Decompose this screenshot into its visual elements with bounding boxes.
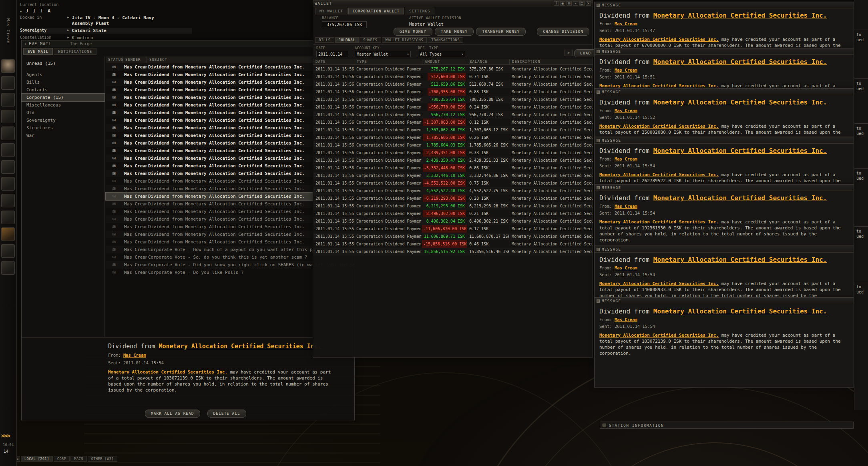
folder-sovereignty[interactable]: Sovereignty [22, 116, 104, 124]
securities-corp-link[interactable]: Monetary Allocation Certified Securities… [653, 256, 827, 263]
expand-filters-button[interactable]: » [565, 50, 573, 56]
column-status[interactable]: STATUS [106, 56, 123, 63]
mark-all-read-button[interactable]: MARK ALL AS READ [145, 410, 200, 418]
securities-corp-link[interactable]: Monetary Allocation Certified Securities… [653, 12, 827, 19]
subtab-journal[interactable]: JOURNAL [335, 37, 359, 43]
sender-link[interactable]: Mas Cream [615, 317, 637, 322]
neocom-journal-icon[interactable] [1, 227, 15, 241]
journal-row[interactable]: 2011.01.14 15:56 Corporation Dividend Pa… [313, 65, 593, 73]
journal-row[interactable]: 2011.01.14 15:56 Corporation Dividend Pa… [313, 88, 593, 96]
folder-agents[interactable]: Agents [22, 71, 104, 78]
journal-row[interactable]: 2011.01.14 15:56 Corporation Dividend Pa… [313, 172, 593, 179]
tab-notifications[interactable]: NOTIFICATIONS [54, 48, 96, 55]
neocom-market-icon[interactable] [1, 143, 15, 157]
clipped-message-window[interactable]: to ued [854, 78, 868, 97]
journal-row[interactable]: 2011.01.14 15:55 Corporation Dividend Pa… [313, 248, 593, 255]
journal-row[interactable]: 2011.01.14 15:56 Corporation Dividend Pa… [313, 103, 593, 111]
securities-corp-link[interactable]: Monetary Allocation Certified Securities… [653, 58, 827, 66]
tab-eve-mail[interactable]: EVE MAIL [23, 48, 53, 55]
transfer-money-button[interactable]: TRANSFER MONEY [476, 28, 526, 36]
journal-row[interactable]: 2011.01.14 15:55 Corporation Dividend Pa… [313, 240, 593, 248]
securities-corp-link[interactable]: Monetary Allocation Certified Securities… [653, 98, 827, 106]
neocom-help-icon[interactable] [1, 261, 15, 275]
journal-row[interactable]: 2011.01.14 15:56 Corporation Dividend Pa… [313, 80, 593, 88]
clipped-message-window[interactable]: to ued [854, 226, 868, 245]
journal-row[interactable]: 2011.01.14 15:56 Corporation Dividend Pa… [313, 134, 593, 141]
journal-row[interactable]: 2011.01.14 15:56 Corporation Dividend Pa… [313, 73, 593, 80]
column-sender[interactable]: SENDER [123, 56, 147, 63]
securities-corp-link[interactable]: Monetary Allocation Certified Securities… [599, 37, 719, 42]
clipped-message-window[interactable]: to ued [854, 282, 868, 300]
message-titlebar[interactable]: MESSAGE [595, 246, 854, 253]
journal-row[interactable]: 2011.01.14 15:55 Corporation Dividend Pa… [313, 210, 593, 217]
column-balance[interactable]: BALANCE [467, 59, 509, 64]
journal-row[interactable]: 2011.01.14 15:56 Corporation Dividend Pa… [313, 149, 593, 157]
message-titlebar[interactable]: MESSAGE [595, 48, 854, 55]
securities-corp-link[interactable]: Monetary Allocation Certified Securities… [653, 307, 827, 315]
load-button[interactable]: LOAD [574, 49, 597, 57]
wallet-compact-button[interactable]: ◉ [560, 1, 565, 6]
neocom-wallet-icon[interactable] [1, 127, 15, 140]
column-description[interactable]: DESCRIPTION [509, 59, 593, 64]
wallet-stack-button[interactable]: ⊟ [567, 1, 572, 6]
journal-row[interactable]: 2011.01.14 15:55 Corporation Dividend Pa… [313, 187, 593, 195]
securities-corp-link[interactable]: Monetary Allocation Certified Securities… [653, 147, 827, 155]
subtab-bills[interactable]: BILLS [315, 37, 334, 43]
folder-contacts[interactable]: Contacts [22, 86, 104, 94]
neocom-fleet-icon[interactable] [1, 211, 15, 224]
neocom-expand-button[interactable]: »»» [1, 432, 10, 440]
folder-old[interactable]: Old [22, 109, 104, 116]
change-division-button[interactable]: CHANGE DIVISION [537, 28, 589, 36]
message-titlebar[interactable]: MESSAGE [595, 2, 854, 8]
folder-miscellaneous[interactable]: Miscellaneous [22, 101, 104, 109]
sender-link[interactable]: Mas Cream [615, 108, 637, 113]
securities-corp-link[interactable]: Monetary Allocation Certified Securities… [599, 281, 719, 286]
journal-row[interactable]: 2011.01.14 15:55 Corporation Dividend Pa… [313, 202, 593, 210]
folder-corporate[interactable]: Corporate (15) [22, 94, 104, 101]
subtab-transactions[interactable]: TRANSACTIONS [428, 37, 463, 43]
wallet-help-button[interactable]: ? [554, 1, 559, 6]
tab-settings[interactable]: SETTINGS [405, 8, 434, 14]
folder-bills[interactable]: Bills [22, 78, 104, 86]
clipped-message-window[interactable]: to ued [854, 30, 868, 48]
wallet-minimize-button[interactable]: – [573, 1, 578, 6]
journal-row[interactable]: 2011.01.14 15:55 Corporation Dividend Pa… [313, 217, 593, 225]
chat-tab-local[interactable]: LOCAL [261] [21, 456, 53, 462]
sender-link[interactable]: Mas Cream [615, 204, 637, 209]
sender-link[interactable]: Mas Cream [615, 21, 637, 26]
securities-corp-link[interactable]: Monetary Allocation Certified Securities… [599, 219, 719, 225]
securities-corp-link[interactable]: Monetary Allocation Certified Securities… [159, 343, 321, 350]
docked-station-value[interactable]: Jita IV - Moon 4 - Caldari NavyAssembly … [72, 15, 154, 26]
neocom-mail-icon[interactable] [1, 110, 15, 123]
clipped-message-window[interactable]: to ued [854, 168, 868, 187]
chat-tab-corp[interactable]: CORP [54, 456, 70, 462]
journal-row[interactable]: 2011.01.14 15:56 Corporation Dividend Pa… [313, 96, 593, 103]
message-titlebar[interactable]: MESSAGE [595, 89, 854, 95]
column-type[interactable]: TYPE [354, 59, 422, 64]
subtab-wallet-divisions[interactable]: WALLET DIVISIONS [382, 37, 427, 43]
neocom-portrait-icon[interactable] [1, 59, 15, 73]
securities-corp-link[interactable]: Monetary Allocation Certified Securities… [599, 172, 719, 177]
neocom-channels-icon[interactable] [1, 177, 15, 191]
sender-link[interactable]: Mas Cream [123, 353, 146, 358]
sovereignty-row[interactable]: Sovereignty ▸ Caldari State [20, 28, 192, 34]
give-money-button[interactable]: GIVE MONEY [394, 28, 432, 36]
chat-tab-macs[interactable]: MACS [70, 456, 86, 462]
sender-link[interactable]: Mas Cream [615, 157, 637, 161]
chat-tab-other[interactable]: OTHER [W3] [88, 456, 117, 462]
neocom-map-icon[interactable] [1, 244, 15, 258]
neocom-character-sheet-icon[interactable] [1, 76, 15, 90]
journal-row[interactable]: 2011.01.14 15:55 Corporation Dividend Pa… [313, 179, 593, 187]
tab-corporation-wallet[interactable]: CORPORATION WALLET [348, 8, 404, 14]
journal-row[interactable]: 2011.01.14 15:56 Corporation Dividend Pa… [313, 141, 593, 149]
securities-corp-link[interactable]: Monetary Allocation Certified Securities… [599, 124, 719, 129]
folder-war[interactable]: War [22, 132, 104, 139]
securities-corp-link[interactable]: Monetary Allocation Certified Securities… [108, 370, 227, 375]
journal-row[interactable]: 2011.01.14 15:55 Corporation Dividend Pa… [313, 195, 593, 202]
take-money-button[interactable]: TAKE MONEY [435, 28, 474, 36]
account-key-select[interactable]: Master Wallet ▾ [355, 51, 411, 57]
journal-row[interactable]: 2011.01.14 15:55 Corporation Dividend Pa… [313, 233, 593, 240]
message-titlebar[interactable]: MESSAGE [595, 137, 854, 144]
securities-corp-link[interactable]: Monetary Allocation Certified Securities… [599, 83, 719, 88]
neocom-corporation-icon[interactable] [1, 194, 15, 207]
